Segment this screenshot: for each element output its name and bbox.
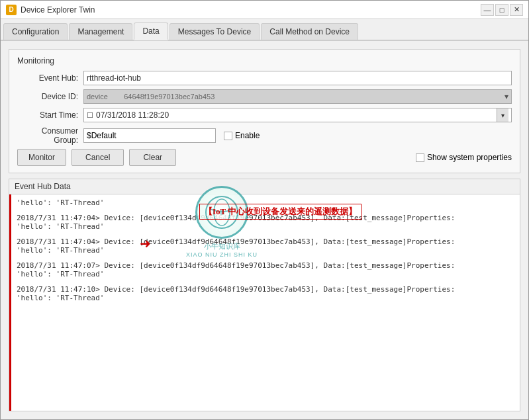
list-item: 2018/7/31 11:47:10> Device: [device0f134… (17, 285, 514, 302)
tab-configuration[interactable]: Configuration (3, 23, 68, 40)
monitor-button[interactable]: Monitor (17, 149, 66, 166)
show-system-properties-row: Show system properties (416, 153, 512, 162)
consumer-group-label: Consumer Group: (17, 126, 83, 145)
list-item: 2018/7/31 11:47:07> Device: [device0f134… (17, 261, 514, 278)
buttons-row: Monitor Cancel Clear Show system propert… (17, 149, 512, 166)
log-line: 'hello': 'RT-Thread' (17, 246, 514, 255)
device-id-row: Device ID: device 64648f19e97013bec7ab45… (17, 89, 512, 104)
log-line: 2018/7/31 11:47:07> Device: [device0f134… (17, 261, 514, 270)
tab-management[interactable]: Management (69, 23, 132, 40)
consumer-group-input[interactable] (83, 128, 216, 143)
tab-bar: Configuration Management Data Messages T… (1, 19, 528, 41)
log-line: 'hello': 'RT-Thread' (17, 270, 514, 278)
app-icon: D (6, 5, 17, 15)
window-controls: — □ ✕ (481, 4, 523, 16)
event-hub-input[interactable] (83, 71, 512, 85)
minimize-button[interactable]: — (481, 4, 494, 16)
consumer-group-row: Consumer Group: Enable (17, 126, 512, 145)
show-system-properties-label: Show system properties (427, 153, 512, 162)
watermark-sub: XIAO NIU ZHI SHI KU (186, 251, 258, 258)
tab-data[interactable]: Data (134, 22, 168, 40)
window-title: Device Explorer Twin (21, 5, 95, 15)
watermark-text: 小牛知识库 (186, 241, 258, 251)
datetime-picker-button[interactable]: ▾ (497, 108, 508, 122)
tab-call-method[interactable]: Call Method on Device (261, 23, 358, 40)
start-time-row: Start Time: ☐ 07/31/2018 11:28:20 ▾ (17, 108, 512, 122)
device-id-label: Device ID: (17, 92, 83, 101)
list-item: 2018/7/31 11:47:04> Device: [device0f134… (17, 237, 514, 255)
consumer-row-content: Enable (83, 128, 260, 143)
title-bar: D Device Explorer Twin — □ ✕ (1, 1, 528, 19)
show-system-properties-checkbox[interactable] (416, 153, 424, 162)
log-line: 'hello': 'RT-Thread' (17, 222, 514, 231)
log-line: 2018/7/31 11:47:10> Device: [device0f134… (17, 285, 514, 294)
tab-messages-to-device[interactable]: Messages To Device (169, 23, 260, 40)
dropdown-arrow-icon: ▾ (505, 92, 508, 101)
start-time-value: 07/31/2018 11:28:20 (96, 110, 497, 120)
device-id-select[interactable]: device 64648f19e97013bec7ab453 ▾ (83, 89, 512, 104)
start-time-label: Start Time: (17, 110, 83, 120)
log-line: 2018/7/31 11:47:04> Device: [device0f134… (17, 237, 514, 246)
title-bar-left: D Device Explorer Twin (6, 5, 95, 15)
monitoring-group: Monitoring Event Hub: Device ID: device … (9, 49, 520, 173)
start-time-input[interactable]: ☐ 07/31/2018 11:28:20 ▾ (83, 108, 512, 122)
cancel-button[interactable]: Cancel (72, 149, 124, 166)
watermark: 小牛知识库 XIAO NIU ZHI SHI KU (186, 186, 258, 258)
enable-check: Enable (224, 131, 260, 140)
event-hub-data-title: Event Hub Data (9, 179, 520, 194)
maximize-button[interactable]: □ (495, 4, 508, 16)
event-hub-label: Event Hub: (17, 73, 83, 83)
clear-button[interactable]: Clear (129, 149, 176, 166)
enable-checkbox[interactable] (224, 132, 232, 140)
enable-label: Enable (235, 131, 260, 140)
event-hub-data-content[interactable]: 'hello': 'RT-Thread' 2018/7/31 11:47:04>… (9, 194, 520, 411)
arrow-icon: ➜ (140, 235, 151, 251)
device-id-text: device 64648f19e97013bec7ab453 (87, 93, 215, 101)
event-hub-row: Event Hub: (17, 71, 512, 85)
close-button[interactable]: ✕ (510, 4, 523, 16)
log-line: 'hello': 'RT-Thread' (17, 294, 514, 302)
main-window: D Device Explorer Twin — □ ✕ Configurati… (0, 0, 529, 420)
red-annotation: 【IoT 中心收到设备发送来的遥测数据】 (199, 204, 361, 220)
main-content: Monitoring Event Hub: Device ID: device … (1, 41, 528, 419)
monitoring-title: Monitoring (17, 56, 512, 65)
